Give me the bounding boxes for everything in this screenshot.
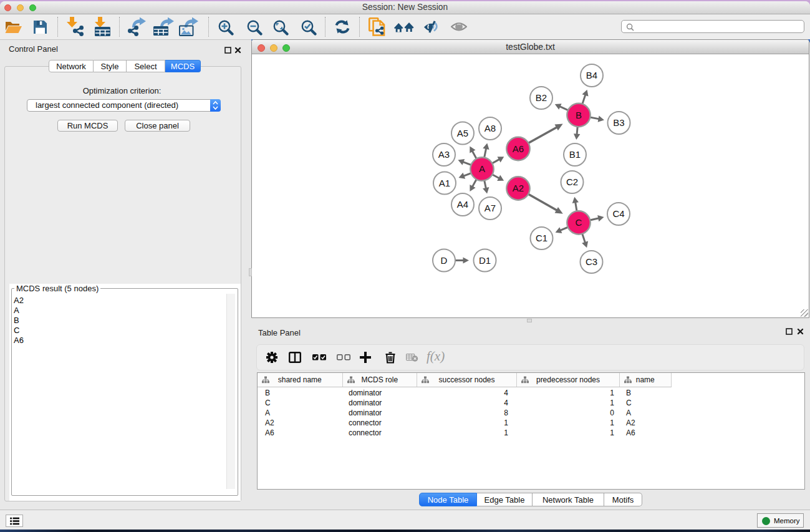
svg-text:A7: A7 — [485, 203, 496, 213]
svg-text:A3: A3 — [438, 149, 450, 160]
svg-text:A8: A8 — [485, 123, 496, 133]
svg-text:C3: C3 — [586, 256, 597, 267]
svg-text:B: B — [576, 110, 582, 120]
svg-text:A4: A4 — [457, 199, 468, 210]
svg-text:D: D — [441, 255, 448, 266]
svg-text:C1: C1 — [536, 233, 547, 243]
svg-text:B3: B3 — [613, 117, 624, 128]
svg-text:C4: C4 — [612, 208, 624, 219]
svg-text:B2: B2 — [536, 92, 547, 103]
svg-text:A5: A5 — [457, 128, 468, 138]
svg-text:A6: A6 — [513, 143, 524, 154]
svg-text:C: C — [576, 217, 582, 228]
svg-text:B1: B1 — [569, 149, 581, 160]
svg-text:A2: A2 — [513, 183, 524, 193]
svg-text:B4: B4 — [586, 70, 597, 80]
svg-text:D1: D1 — [479, 255, 491, 266]
svg-text:C2: C2 — [566, 177, 578, 187]
svg-text:A: A — [479, 163, 485, 174]
svg-text:f(x): f(x) — [427, 350, 445, 364]
svg-text:A1: A1 — [439, 178, 450, 188]
